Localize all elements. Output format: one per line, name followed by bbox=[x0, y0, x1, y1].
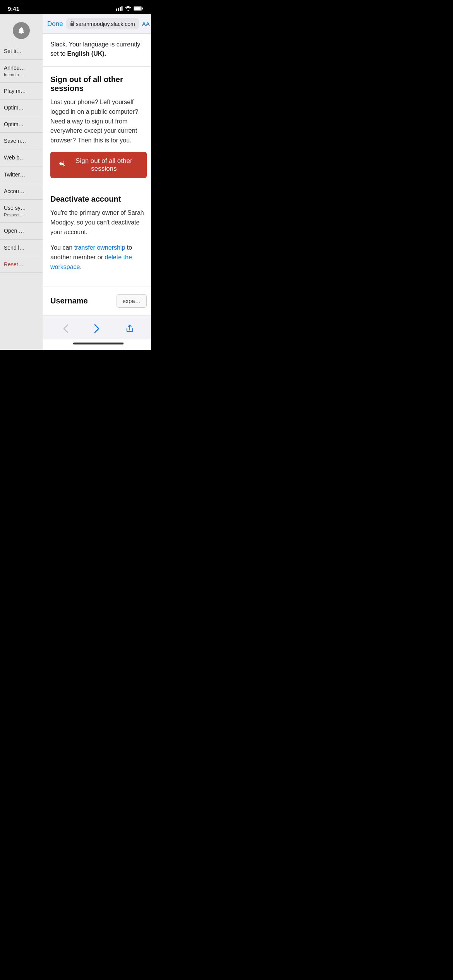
sign-out-title: Sign out of all other sessions bbox=[50, 75, 147, 93]
home-bar bbox=[73, 343, 124, 344]
sidebar-item-use-sy[interactable]: Use sy… Respect… bbox=[0, 200, 43, 223]
sign-out-button-label: Sign out of all other sessions bbox=[69, 157, 139, 173]
intro-text: Slack. Your language is currently set to… bbox=[50, 40, 147, 58]
share-button[interactable] bbox=[119, 322, 140, 335]
forward-button[interactable] bbox=[88, 322, 106, 336]
sidebar-item-account[interactable]: Accou… bbox=[0, 183, 43, 200]
deactivate-prefix: You can bbox=[50, 244, 74, 251]
status-bar: 9:41 bbox=[0, 0, 151, 14]
intro-section: Slack. Your language is currently set to… bbox=[43, 34, 151, 67]
status-time: 9:41 bbox=[8, 5, 19, 12]
done-button[interactable]: Done bbox=[47, 20, 63, 28]
sidebar-bell-area bbox=[0, 18, 43, 41]
main-content: Done sarahmoodjoy.slack.com AA Slack. Yo… bbox=[43, 14, 151, 350]
sign-out-icon bbox=[58, 160, 66, 170]
lock-icon bbox=[70, 21, 74, 27]
bell-icon bbox=[13, 22, 30, 39]
transfer-ownership-link[interactable]: transfer ownership bbox=[74, 244, 125, 251]
sign-out-section: Sign out of all other sessions Lost your… bbox=[43, 67, 151, 186]
username-expand-button[interactable]: expa… bbox=[117, 294, 147, 308]
svg-rect-3 bbox=[122, 6, 123, 11]
deactivate-body1: You're the primary owner of Sarah Moodjo… bbox=[50, 208, 147, 237]
deactivate-section: Deactivate account You're the primary ow… bbox=[43, 186, 151, 286]
url-bar[interactable]: sarahmoodjoy.slack.com bbox=[66, 18, 139, 29]
intro-bold: English (UK). bbox=[67, 50, 106, 57]
sidebar-item-play[interactable]: Play m… bbox=[0, 83, 43, 99]
aa-button[interactable]: AA bbox=[142, 21, 150, 27]
url-text: sarahmoodjoy.slack.com bbox=[76, 21, 135, 27]
sidebar-item-optim1[interactable]: Optim… bbox=[0, 99, 43, 116]
svg-rect-8 bbox=[63, 161, 64, 167]
signal-icon bbox=[116, 5, 123, 12]
sidebar-item-send[interactable]: Send l… bbox=[0, 240, 43, 256]
sidebar-item-optim2[interactable]: Optim… bbox=[0, 116, 43, 133]
sidebar-item-reset[interactable]: Reset… bbox=[0, 256, 43, 273]
svg-rect-6 bbox=[142, 8, 143, 10]
back-button[interactable] bbox=[57, 322, 75, 336]
battery-icon bbox=[134, 5, 143, 12]
status-icons bbox=[116, 5, 143, 12]
username-section: Username expa… bbox=[43, 286, 151, 316]
svg-rect-2 bbox=[120, 7, 121, 11]
svg-rect-0 bbox=[116, 9, 117, 11]
deactivate-suffix: . bbox=[80, 264, 81, 270]
sidebar-item-save[interactable]: Save n… bbox=[0, 133, 43, 149]
bottom-toolbar bbox=[43, 316, 151, 339]
deactivate-title: Deactivate account bbox=[50, 195, 147, 204]
browser-bar: Done sarahmoodjoy.slack.com AA bbox=[43, 14, 151, 34]
screen-container: Set ti… Annou… Incomin… Play m… Optim… O… bbox=[0, 14, 151, 350]
sidebar-item-set-ti[interactable]: Set ti… bbox=[0, 43, 43, 60]
svg-rect-5 bbox=[134, 7, 141, 10]
svg-rect-1 bbox=[118, 8, 119, 11]
sign-out-button[interactable]: Sign out of all other sessions bbox=[50, 152, 147, 178]
home-indicator bbox=[43, 339, 151, 350]
sidebar: Set ti… Annou… Incomin… Play m… Optim… O… bbox=[0, 14, 43, 350]
sidebar-item-twitter[interactable]: Twitter… bbox=[0, 166, 43, 183]
sidebar-item-annou[interactable]: Annou… Incomin… bbox=[0, 60, 43, 82]
username-label: Username bbox=[50, 296, 88, 305]
content-area: Slack. Your language is currently set to… bbox=[43, 34, 151, 316]
wifi-icon bbox=[125, 5, 131, 12]
deactivate-body2: You can transfer ownership to another me… bbox=[50, 243, 147, 272]
sidebar-item-open[interactable]: Open … bbox=[0, 223, 43, 239]
svg-rect-7 bbox=[70, 23, 74, 26]
sign-out-body: Lost your phone? Left yourself logged in… bbox=[50, 98, 147, 146]
sidebar-item-web[interactable]: Web b… bbox=[0, 149, 43, 166]
